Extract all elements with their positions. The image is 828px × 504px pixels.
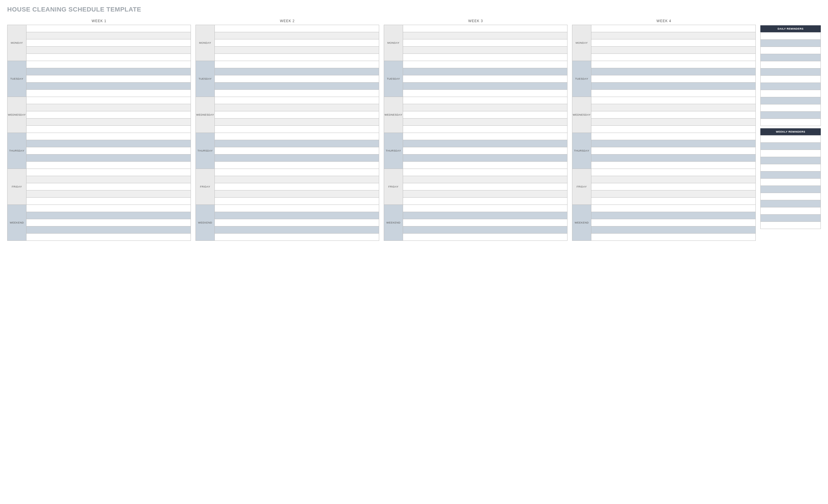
task-cell[interactable] <box>591 183 756 190</box>
task-cell[interactable] <box>591 111 756 119</box>
reminder-cell[interactable] <box>761 54 821 61</box>
task-cell[interactable] <box>215 162 379 169</box>
reminder-cell[interactable] <box>761 179 821 186</box>
task-cell[interactable] <box>27 219 191 226</box>
reminder-cell[interactable] <box>761 157 821 164</box>
task-cell[interactable] <box>591 140 756 147</box>
task-cell[interactable] <box>27 75 191 83</box>
task-cell[interactable] <box>591 162 756 169</box>
task-cell[interactable] <box>591 68 756 75</box>
task-cell[interactable] <box>591 176 756 183</box>
task-cell[interactable] <box>403 126 568 133</box>
reminder-cell[interactable] <box>761 111 821 119</box>
task-cell[interactable] <box>591 205 756 212</box>
reminder-cell[interactable] <box>761 200 821 208</box>
task-cell[interactable] <box>403 169 568 176</box>
task-cell[interactable] <box>591 234 756 241</box>
task-cell[interactable] <box>591 104 756 111</box>
task-cell[interactable] <box>591 133 756 140</box>
task-cell[interactable] <box>27 183 191 190</box>
reminder-cell[interactable] <box>761 143 821 150</box>
task-cell[interactable] <box>27 140 191 147</box>
task-cell[interactable] <box>591 47 756 54</box>
task-cell[interactable] <box>215 147 379 154</box>
task-cell[interactable] <box>215 169 379 176</box>
task-cell[interactable] <box>215 97 379 104</box>
reminder-cell[interactable] <box>761 61 821 68</box>
task-cell[interactable] <box>403 176 568 183</box>
task-cell[interactable] <box>591 126 756 133</box>
task-cell[interactable] <box>215 54 379 61</box>
task-cell[interactable] <box>403 90 568 97</box>
task-cell[interactable] <box>403 61 568 68</box>
task-cell[interactable] <box>591 75 756 83</box>
task-cell[interactable] <box>27 226 191 234</box>
reminder-cell[interactable] <box>761 40 821 47</box>
task-cell[interactable] <box>403 140 568 147</box>
task-cell[interactable] <box>27 111 191 119</box>
task-cell[interactable] <box>215 212 379 219</box>
task-cell[interactable] <box>403 190 568 198</box>
task-cell[interactable] <box>27 54 191 61</box>
task-cell[interactable] <box>215 61 379 68</box>
task-cell[interactable] <box>215 25 379 32</box>
reminder-cell[interactable] <box>761 68 821 76</box>
task-cell[interactable] <box>403 32 568 39</box>
reminder-cell[interactable] <box>761 47 821 54</box>
task-cell[interactable] <box>27 83 191 90</box>
task-cell[interactable] <box>403 219 568 226</box>
reminder-cell[interactable] <box>761 208 821 215</box>
task-cell[interactable] <box>27 104 191 111</box>
task-cell[interactable] <box>591 39 756 47</box>
reminder-cell[interactable] <box>761 119 821 126</box>
task-cell[interactable] <box>591 198 756 205</box>
task-cell[interactable] <box>27 25 191 32</box>
task-cell[interactable] <box>591 83 756 90</box>
task-cell[interactable] <box>27 212 191 219</box>
reminder-cell[interactable] <box>761 150 821 157</box>
task-cell[interactable] <box>27 234 191 241</box>
task-cell[interactable] <box>215 119 379 126</box>
task-cell[interactable] <box>591 119 756 126</box>
task-cell[interactable] <box>403 198 568 205</box>
task-cell[interactable] <box>215 176 379 183</box>
reminder-cell[interactable] <box>761 97 821 104</box>
task-cell[interactable] <box>27 176 191 183</box>
task-cell[interactable] <box>27 119 191 126</box>
task-cell[interactable] <box>27 169 191 176</box>
task-cell[interactable] <box>27 147 191 154</box>
reminder-cell[interactable] <box>761 193 821 200</box>
task-cell[interactable] <box>215 226 379 234</box>
reminder-cell[interactable] <box>761 136 821 143</box>
task-cell[interactable] <box>591 190 756 198</box>
task-cell[interactable] <box>215 154 379 162</box>
task-cell[interactable] <box>403 183 568 190</box>
task-cell[interactable] <box>27 205 191 212</box>
task-cell[interactable] <box>591 90 756 97</box>
task-cell[interactable] <box>403 133 568 140</box>
task-cell[interactable] <box>403 47 568 54</box>
task-cell[interactable] <box>403 104 568 111</box>
task-cell[interactable] <box>403 212 568 219</box>
task-cell[interactable] <box>591 61 756 68</box>
task-cell[interactable] <box>403 205 568 212</box>
task-cell[interactable] <box>591 147 756 154</box>
task-cell[interactable] <box>591 97 756 104</box>
task-cell[interactable] <box>215 111 379 119</box>
reminder-cell[interactable] <box>761 90 821 97</box>
reminder-cell[interactable] <box>761 76 821 83</box>
task-cell[interactable] <box>215 68 379 75</box>
task-cell[interactable] <box>215 104 379 111</box>
task-cell[interactable] <box>215 190 379 198</box>
task-cell[interactable] <box>27 133 191 140</box>
task-cell[interactable] <box>215 90 379 97</box>
task-cell[interactable] <box>215 83 379 90</box>
reminder-cell[interactable] <box>761 186 821 193</box>
task-cell[interactable] <box>215 140 379 147</box>
task-cell[interactable] <box>27 32 191 39</box>
task-cell[interactable] <box>591 212 756 219</box>
task-cell[interactable] <box>215 133 379 140</box>
reminder-cell[interactable] <box>761 83 821 90</box>
task-cell[interactable] <box>591 219 756 226</box>
task-cell[interactable] <box>591 32 756 39</box>
